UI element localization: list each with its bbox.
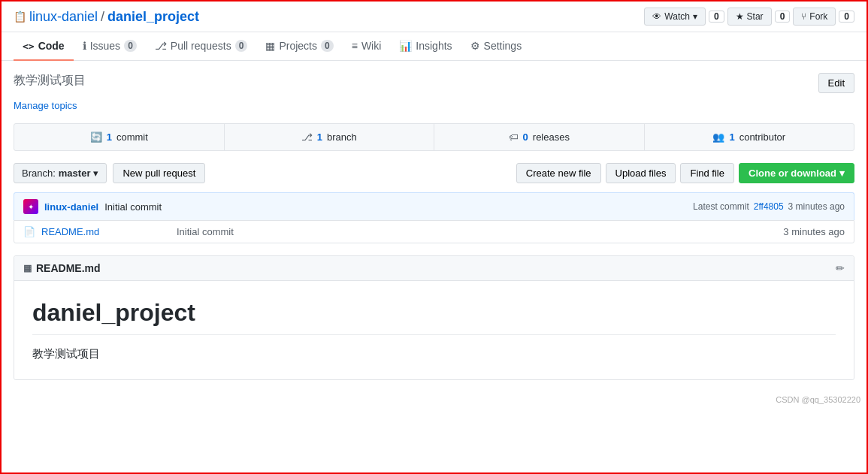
releases-count[interactable]: 0 bbox=[523, 131, 528, 143]
repo-icon: 📋 bbox=[14, 11, 26, 23]
readme-body-text: 教学测试项目 bbox=[32, 347, 836, 361]
tab-wiki[interactable]: ≡ Wiki bbox=[343, 32, 391, 61]
commit-hash[interactable]: 2ff4805 bbox=[754, 201, 784, 212]
star-icon: ★ bbox=[736, 11, 744, 22]
file-icon: 📄 bbox=[23, 226, 35, 237]
contributors-count[interactable]: 1 bbox=[729, 131, 734, 143]
commit-row: ✦ linux-daniel Initial commit Latest com… bbox=[14, 192, 854, 220]
readme-filename: README.md bbox=[36, 262, 101, 274]
readme-h1: daniel_project bbox=[32, 299, 836, 335]
tab-issues-label: Issues bbox=[90, 40, 120, 52]
releases-stat[interactable]: 🏷 0 releases bbox=[434, 124, 645, 150]
readme-header: ▦ README.md ✏ bbox=[14, 256, 854, 281]
actions-right: Create new file Upload files Find file C… bbox=[516, 163, 854, 183]
file-time: 3 minutes ago bbox=[755, 226, 845, 237]
tab-settings[interactable]: ⚙ Settings bbox=[461, 32, 531, 61]
star-button[interactable]: ★ Star bbox=[727, 8, 772, 26]
file-table: 📄 README.md Initial commit 3 minutes ago bbox=[14, 220, 854, 243]
repo-name[interactable]: daniel_project bbox=[107, 9, 199, 25]
repo-description: 教学测试项目 bbox=[14, 73, 86, 89]
branch-chevron-icon: ▾ bbox=[93, 168, 98, 179]
repo-title: 📋 linux-daniel / daniel_project bbox=[14, 9, 199, 25]
branch-icon: ⎇ bbox=[301, 131, 313, 143]
manage-topics-link[interactable]: Manage topics bbox=[14, 100, 77, 111]
contributors-stat[interactable]: 👥 1 contributor bbox=[645, 124, 854, 150]
branches-stat[interactable]: ⎇ 1 branch bbox=[225, 124, 435, 150]
create-file-button[interactable]: Create new file bbox=[516, 163, 601, 183]
watch-chevron: ▾ bbox=[693, 11, 697, 22]
readme-title: ▦ README.md bbox=[23, 262, 101, 274]
readme-edit-icon[interactable]: ✏ bbox=[836, 262, 845, 274]
insights-icon: 📊 bbox=[399, 40, 412, 52]
projects-icon: ▦ bbox=[265, 40, 275, 52]
edit-button[interactable]: Edit bbox=[818, 73, 854, 93]
branch-selector[interactable]: Branch: master ▾ bbox=[14, 163, 107, 183]
repo-actions: 👁 Watch ▾ 0 ★ Star 0 ⑂ Fork 0 bbox=[644, 8, 854, 26]
upload-files-button[interactable]: Upload files bbox=[606, 163, 676, 183]
commit-author-section: ✦ linux-daniel Initial commit bbox=[23, 199, 162, 214]
find-file-button[interactable]: Find file bbox=[680, 163, 734, 183]
clone-chevron-icon: ▾ bbox=[839, 168, 845, 179]
tab-projects[interactable]: ▦ Projects 0 bbox=[256, 32, 342, 61]
repo-header: 📋 linux-daniel / daniel_project 👁 Watch … bbox=[2, 2, 866, 32]
repo-separator: / bbox=[101, 9, 104, 25]
watermark-text: CSDN @qq_35302220 bbox=[776, 395, 860, 404]
commit-meta: Latest commit 2ff4805 3 minutes ago bbox=[693, 201, 845, 212]
commits-label: commit bbox=[116, 131, 148, 143]
eye-icon: 👁 bbox=[652, 11, 661, 22]
commit-avatar: ✦ bbox=[23, 199, 38, 214]
commits-count[interactable]: 1 bbox=[107, 131, 112, 143]
commit-time: 3 minutes ago bbox=[788, 201, 845, 212]
tab-wiki-label: Wiki bbox=[361, 40, 381, 52]
watch-label: Watch bbox=[664, 11, 690, 22]
clone-button[interactable]: Clone or download ▾ bbox=[739, 163, 854, 183]
watch-count: 0 bbox=[709, 11, 724, 23]
tab-pull-requests[interactable]: ⎇ Pull requests 0 bbox=[146, 32, 257, 61]
fork-count: 0 bbox=[839, 11, 854, 23]
nav-tabs: <> Code ℹ Issues 0 ⎇ Pull requests 0 ▦ P… bbox=[2, 32, 866, 61]
readme-body: daniel_project 教学测试项目 bbox=[14, 281, 854, 379]
fork-label: Fork bbox=[809, 11, 827, 22]
settings-icon: ⚙ bbox=[470, 40, 480, 52]
releases-label: releases bbox=[533, 131, 570, 143]
branch-name: master bbox=[59, 168, 91, 179]
stats-row: 🔄 1 commit ⎇ 1 branch 🏷 0 releases 👥 1 c… bbox=[14, 123, 854, 151]
branch-prefix: Branch: bbox=[22, 168, 56, 179]
readme-section: ▦ README.md ✏ daniel_project 教学测试项目 bbox=[14, 255, 854, 380]
tab-code-label: Code bbox=[38, 40, 65, 52]
tab-insights-label: Insights bbox=[416, 40, 452, 52]
actions-row: Branch: master ▾ New pull request Create… bbox=[14, 163, 854, 183]
fork-button[interactable]: ⑂ Fork bbox=[793, 8, 836, 26]
repo-owner[interactable]: linux-daniel bbox=[29, 9, 98, 25]
actions-left: Branch: master ▾ New pull request bbox=[14, 163, 205, 183]
clone-label: Clone or download bbox=[749, 168, 836, 179]
commit-author-name[interactable]: linux-daniel bbox=[44, 201, 98, 213]
issues-icon: ℹ bbox=[83, 40, 86, 52]
pr-badge: 0 bbox=[235, 40, 248, 52]
file-commit-msg: Initial commit bbox=[177, 226, 755, 237]
tab-issues[interactable]: ℹ Issues 0 bbox=[74, 32, 146, 61]
commit-message: Initial commit bbox=[104, 201, 162, 213]
wiki-icon: ≡ bbox=[352, 40, 358, 52]
file-name[interactable]: README.md bbox=[41, 226, 177, 237]
branches-label: branch bbox=[327, 131, 357, 143]
watch-button[interactable]: 👁 Watch ▾ bbox=[644, 8, 706, 26]
new-pr-button[interactable]: New pull request bbox=[113, 163, 205, 183]
star-count: 0 bbox=[775, 11, 791, 23]
tab-insights[interactable]: 📊 Insights bbox=[390, 32, 461, 61]
latest-commit-label: Latest commit bbox=[693, 201, 749, 212]
main-content: 教学测试项目 Edit Manage topics 🔄 1 commit ⎇ 1… bbox=[2, 61, 866, 392]
contributors-label: contributor bbox=[739, 131, 785, 143]
watermark: CSDN @qq_35302220 bbox=[2, 392, 866, 407]
tab-code[interactable]: <> Code bbox=[14, 32, 74, 61]
commits-stat[interactable]: 🔄 1 commit bbox=[14, 124, 225, 150]
tab-projects-label: Projects bbox=[279, 40, 317, 52]
code-icon: <> bbox=[23, 41, 35, 52]
star-label: Star bbox=[747, 11, 764, 22]
description-row: 教学测试项目 Edit bbox=[14, 73, 854, 93]
releases-icon: 🏷 bbox=[509, 131, 519, 143]
pr-icon: ⎇ bbox=[155, 40, 167, 52]
contributors-icon: 👥 bbox=[712, 131, 724, 143]
projects-badge: 0 bbox=[321, 40, 334, 52]
branches-count[interactable]: 1 bbox=[317, 131, 322, 143]
